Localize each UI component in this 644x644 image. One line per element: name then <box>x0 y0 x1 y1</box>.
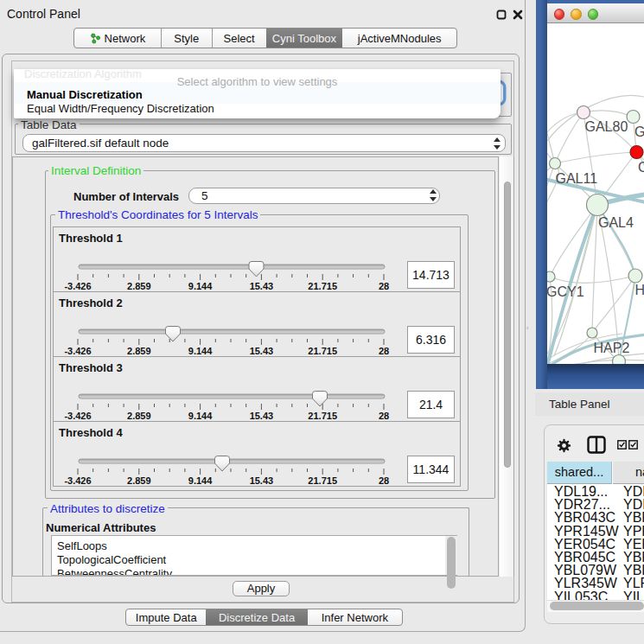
svg-text:GAL4: GAL4 <box>598 215 634 230</box>
svg-text:GA: GA <box>634 124 644 139</box>
svg-text:2.859: 2.859 <box>127 475 151 486</box>
svg-text:9.144: 9.144 <box>188 281 213 291</box>
svg-text:-3.426: -3.426 <box>64 281 91 291</box>
svg-text:GAL80: GAL80 <box>585 119 628 134</box>
svg-text:GCY1: GCY1 <box>547 284 584 299</box>
svg-text:15.43: 15.43 <box>250 411 274 421</box>
svg-text:28: 28 <box>379 281 389 291</box>
svg-text:21.715: 21.715 <box>308 281 337 291</box>
svg-text:H: H <box>635 283 644 297</box>
svg-text:15.43: 15.43 <box>250 281 274 291</box>
svg-text:9.144: 9.144 <box>188 346 213 356</box>
svg-text:2.859: 2.859 <box>127 346 151 356</box>
svg-text:-3.426: -3.426 <box>64 346 91 356</box>
svg-text:HAP2: HAP2 <box>594 341 630 355</box>
svg-text:GAL11: GAL11 <box>556 171 598 186</box>
svg-text:9.144: 9.144 <box>188 475 213 486</box>
svg-text:2.859: 2.859 <box>127 411 151 421</box>
svg-text:28: 28 <box>379 475 389 486</box>
svg-text:2.859: 2.859 <box>127 281 151 291</box>
svg-text:28: 28 <box>379 411 389 421</box>
svg-text:28: 28 <box>379 346 389 356</box>
svg-text:-3.426: -3.426 <box>64 475 91 486</box>
svg-text:21.715: 21.715 <box>308 475 337 486</box>
svg-text:21.715: 21.715 <box>308 411 337 421</box>
svg-text:21.715: 21.715 <box>308 346 337 356</box>
svg-text:15.43: 15.43 <box>250 346 274 356</box>
svg-text:15.43: 15.43 <box>250 475 274 486</box>
svg-text:-3.426: -3.426 <box>64 411 91 421</box>
svg-text:C: C <box>638 160 644 175</box>
svg-text:9.144: 9.144 <box>188 411 213 421</box>
